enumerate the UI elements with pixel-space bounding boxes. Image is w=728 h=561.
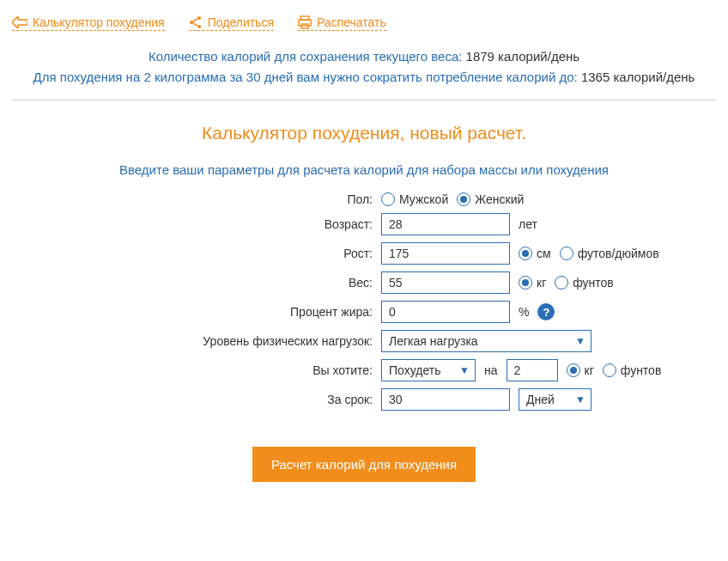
goal-unit-lb-label: фунтов <box>621 363 662 377</box>
maintain-value: 1879 калорий/день <box>466 49 580 64</box>
gender-female-radio[interactable]: Женский <box>457 192 524 206</box>
gender-female-label: Женский <box>475 192 524 206</box>
goal-by-label: на <box>484 363 498 377</box>
radio-icon <box>381 192 395 206</box>
term-input[interactable] <box>381 388 510 411</box>
fat-label: Процент жира: <box>12 305 373 319</box>
height-input[interactable] <box>381 242 510 265</box>
gender-male-label: Мужской <box>399 192 448 206</box>
radio-icon <box>555 276 568 290</box>
goal-label: Вы хотите: <box>12 363 373 377</box>
term-unit-value: Дней <box>526 393 555 406</box>
height-unit-cm-label: см <box>537 247 551 260</box>
activity-select[interactable]: Легкая нагрузка ▼ <box>381 330 592 352</box>
svg-rect-4 <box>299 20 311 26</box>
goal-unit-lb-radio[interactable]: фунтов <box>603 363 662 377</box>
maintain-label: Количество калорий для сохранения текуще… <box>149 49 462 64</box>
radio-icon <box>519 276 532 290</box>
back-link[interactable]: Калькулятор похудения <box>12 15 165 31</box>
age-input[interactable] <box>381 213 510 235</box>
height-label: Рост: <box>12 247 373 260</box>
term-label: За срок: <box>12 393 373 406</box>
results-summary: Количество калорий для сохранения текуще… <box>12 46 716 88</box>
radio-icon <box>560 247 573 260</box>
activity-label: Уровень физических нагрузок: <box>12 334 373 348</box>
gender-label: Пол: <box>12 192 373 206</box>
term-unit-select[interactable]: Дней ▼ <box>519 388 592 411</box>
goal-unit-kg-label: кг <box>585 363 594 377</box>
radio-icon <box>457 192 470 206</box>
weight-unit-lb-label: фунтов <box>573 276 614 290</box>
back-link-label: Калькулятор похудения <box>33 15 165 29</box>
height-unit-ft-radio[interactable]: футов/дюймов <box>560 247 659 260</box>
height-unit-ft-label: футов/дюймов <box>578 247 659 260</box>
goal-unit-kg-radio[interactable]: кг <box>567 363 594 377</box>
help-icon[interactable]: ? <box>537 303 555 320</box>
radio-icon <box>603 363 616 377</box>
reduce-label: Для похудения на 2 килограмма за 30 дней… <box>33 70 578 84</box>
divider <box>12 100 716 101</box>
gender-male-radio[interactable]: Мужской <box>381 192 448 206</box>
calc-title: Калькулятор похудения, новый расчет. <box>12 123 716 143</box>
goal-amount-input[interactable] <box>507 359 558 381</box>
chevron-down-icon: ▼ <box>459 364 470 376</box>
radio-icon <box>567 363 580 377</box>
activity-select-value: Легкая нагрузка <box>389 334 478 348</box>
instruction-text: Введите ваши параметры для расчета калор… <box>12 162 716 177</box>
svg-point-0 <box>190 21 193 24</box>
fat-unit: % <box>519 305 529 319</box>
share-icon <box>189 15 203 29</box>
print-link-label: Распечатать <box>317 15 386 29</box>
weight-unit-kg-radio[interactable]: кг <box>519 276 546 290</box>
weight-input[interactable] <box>381 271 510 294</box>
arrow-left-icon <box>12 16 27 28</box>
calculate-button[interactable]: Расчет калорий для похудения <box>252 447 476 482</box>
chevron-down-icon: ▼ <box>575 393 585 406</box>
weight-unit-lb-radio[interactable]: фунтов <box>555 276 614 290</box>
goal-select-value: Похудеть <box>389 363 440 377</box>
age-label: Возраст: <box>12 217 373 231</box>
age-unit: лет <box>519 217 537 231</box>
radio-icon <box>519 247 532 260</box>
share-link-label: Поделиться <box>208 15 274 29</box>
print-icon <box>298 15 312 29</box>
weight-label: Вес: <box>12 276 373 290</box>
fat-input[interactable] <box>381 301 510 323</box>
weight-unit-kg-label: кг <box>537 276 546 290</box>
reduce-value: 1365 калорий/день <box>581 70 695 84</box>
share-link[interactable]: Поделиться <box>189 15 274 31</box>
print-link[interactable]: Распечатать <box>298 15 386 31</box>
goal-select[interactable]: Похудеть ▼ <box>381 359 476 381</box>
height-unit-cm-radio[interactable]: см <box>519 247 551 260</box>
chevron-down-icon: ▼ <box>575 335 585 347</box>
